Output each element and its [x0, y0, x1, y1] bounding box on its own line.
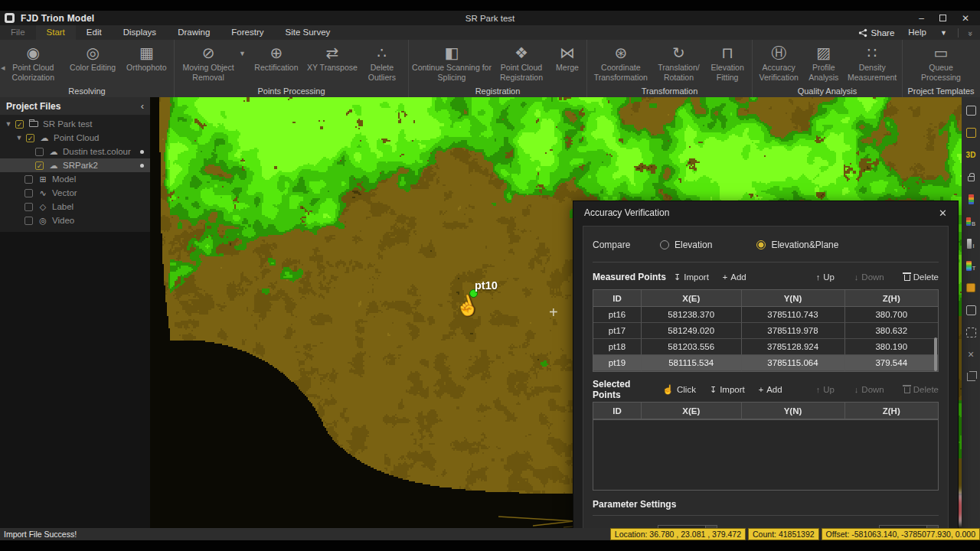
checkbox-unchecked[interactable]: ✓ — [24, 175, 33, 184]
tree-item-srpark2[interactable]: ✓ ☁ SRPark2 — [0, 158, 150, 172]
menu-drawing[interactable]: Drawing — [167, 25, 220, 40]
tree-item-label: SR Park test — [43, 119, 93, 129]
tool-rectification[interactable]: ⊕ Rectification — [249, 44, 304, 85]
cube-solid-icon[interactable] — [965, 282, 977, 294]
checkbox-unchecked[interactable]: ✓ — [35, 148, 44, 156]
unlock-icon[interactable] — [965, 171, 977, 183]
orthophoto-icon: ▦ — [139, 44, 154, 62]
tree-item-label-layer[interactable]: ✓ ◇ Label — [0, 200, 150, 214]
tool-delete-outliers[interactable]: ∴ Delete Outliers — [361, 44, 403, 85]
mode-3d-icon[interactable]: 3D — [965, 148, 977, 161]
checkbox-unchecked[interactable]: ✓ — [24, 217, 33, 225]
tool-moving-object-removal[interactable]: ⊘ Moving Object Removal — [179, 44, 237, 82]
tool-point-cloud-registration[interactable]: ❖ Point Cloud Registration — [495, 44, 548, 85]
measured-down-button[interactable]: ↓Down — [854, 272, 884, 282]
selected-delete-button[interactable]: Delete — [904, 385, 939, 394]
selected-click-button[interactable]: ☝Click — [662, 384, 696, 395]
tool-density-measurement[interactable]: ∷ Density Measurement — [845, 44, 899, 85]
measured-add-button[interactable]: +Add — [723, 272, 746, 282]
tree-item-point-cloud[interactable]: ▼ ✓ ☁ Point Cloud — [0, 131, 150, 145]
radio-elevation-plane[interactable]: Elevation&Plane — [756, 240, 838, 250]
collapse-ribbon-icon[interactable]: » — [966, 31, 975, 34]
cube-outline-icon[interactable] — [965, 304, 977, 316]
tool-xy-transpose[interactable]: ⇄ XY Transpose — [307, 44, 358, 85]
tree-item-video[interactable]: ✓ ◎ Video — [0, 214, 150, 227]
selected-down-button[interactable]: ↓Down — [854, 385, 884, 394]
minimize-button[interactable]: – — [919, 14, 924, 23]
menu-file[interactable]: File — [0, 25, 36, 40]
statusbar: Import File Success! Location: 36.780 , … — [0, 528, 980, 540]
status-dot — [140, 150, 144, 154]
checkbox-checked[interactable]: ✓ — [15, 120, 24, 129]
selected-points-table: ID X(E) Y(N) Z(H) — [593, 402, 939, 491]
maximize-button[interactable] — [939, 15, 946, 21]
measured-points-toolbar: Measured Points ↧Import +Add ↑Up ↓Down D… — [593, 269, 939, 285]
measured-import-button[interactable]: ↧Import — [674, 272, 709, 282]
tool-translation-rotation[interactable]: ↻ Translation/ Rotation — [655, 44, 704, 85]
checkbox-unchecked[interactable]: ✓ — [24, 203, 33, 211]
tool-point-cloud-colorization[interactable]: ◉ Point Cloud Colorization — [3, 44, 64, 85]
checkbox-unchecked[interactable]: ✓ — [24, 189, 33, 197]
dialog-close-icon[interactable]: ✕ — [939, 207, 947, 219]
rgb-render-icon[interactable] — [965, 193, 977, 205]
offset-badge: Offset: -581063.140, -3785077.930, 0.000 — [822, 528, 980, 540]
tree-item-model[interactable]: ✓ ⊞ Model — [0, 172, 150, 186]
tool-accuracy-verification[interactable]: Ⓗ Accuracy Verification — [756, 44, 802, 85]
cell-z: 380.190 — [845, 339, 939, 355]
view-cube-icon[interactable] — [965, 126, 977, 139]
chevron-down-icon[interactable]: ▼ — [239, 50, 246, 57]
menu-displays[interactable]: Displays — [113, 25, 167, 40]
chevron-down-icon[interactable]: ▼ — [15, 134, 23, 142]
menu-site-survey[interactable]: Site Survey — [274, 25, 341, 40]
tool-merge[interactable]: ⋈ Merge — [551, 44, 583, 85]
clip-icon[interactable]: × — [965, 348, 977, 360]
letterbox-bottom — [0, 540, 980, 551]
menu-help[interactable]: Help — [905, 25, 929, 40]
menu-separator — [958, 28, 959, 37]
tree-item-dustin-test[interactable]: ✓ ☁ Dustin test.colour — [0, 145, 150, 158]
cube-section-icon[interactable] — [965, 326, 977, 338]
table-row-selected[interactable]: pt19 581115.534 3785115.064 379.544 — [593, 355, 938, 371]
tool-queue-processing[interactable]: ▭ Queue Processing — [915, 44, 967, 85]
cell-id: pt18 — [593, 339, 642, 355]
tree-item-sr-park-test[interactable]: ▼ ✓ SR Park test — [0, 117, 150, 131]
table-row[interactable]: pt18 581203.556 3785128.924 380.190 — [593, 339, 938, 355]
table-row[interactable]: pt17 581249.020 3785119.978 380.632 — [593, 323, 938, 339]
tool-orthophoto[interactable]: ▦ Orthophoto — [122, 44, 171, 85]
table-row[interactable]: pt16 581238.370 3785110.743 380.700 — [593, 307, 938, 323]
measured-delete-button[interactable]: Delete — [904, 272, 939, 282]
video-icon: ◎ — [38, 216, 48, 226]
elevation-render-icon[interactable]: T — [965, 259, 977, 272]
selected-import-button[interactable]: ↧Import — [710, 385, 745, 395]
selected-add-button[interactable]: +Add — [759, 385, 782, 394]
empty-table-body — [593, 419, 938, 490]
panel-collapse-icon[interactable]: ‹ — [141, 100, 144, 112]
intensity-render-icon[interactable]: I — [965, 237, 977, 249]
close-button[interactable]: ✕ — [962, 14, 969, 23]
col-z: Z(H) — [845, 403, 939, 419]
selected-up-button[interactable]: ↑Up — [816, 385, 835, 394]
tool-continue-scanning[interactable]: ◧ Continue Scanning for Splicing — [412, 44, 492, 85]
tree-item-vector[interactable]: ✓ ∿ Vector — [0, 186, 150, 200]
menu-forestry[interactable]: Forestry — [220, 25, 274, 40]
crop-icon[interactable] — [965, 370, 977, 383]
tool-coordinate-transformation[interactable]: ⊛ Coordinate Transformation — [590, 44, 652, 85]
tree-item-label: Label — [52, 202, 74, 211]
menu-start[interactable]: Start — [36, 25, 76, 40]
measured-up-button[interactable]: ↑Up — [816, 272, 835, 282]
measured-points-title: Measured Points — [593, 272, 666, 282]
table-scrollbar[interactable] — [934, 337, 937, 371]
tool-profile-analysis[interactable]: ▨ Profile Analysis — [805, 44, 842, 85]
tool-elevation-fitting[interactable]: ⊓ Elevation Fitting — [706, 44, 749, 85]
checkbox-checked[interactable]: ✓ — [35, 161, 44, 170]
menu-edit[interactable]: Edit — [76, 25, 113, 40]
share-button[interactable]: Share — [858, 28, 895, 37]
radio-elevation[interactable]: Elevation — [660, 240, 712, 250]
checkbox-checked[interactable]: ✓ — [26, 134, 34, 142]
help-chevron-down-icon[interactable]: ▼ — [940, 29, 947, 37]
dialog-header[interactable]: Accuracy Verification ✕ — [573, 201, 958, 224]
fit-view-icon[interactable] — [965, 104, 977, 116]
chevron-down-icon[interactable]: ▼ — [5, 120, 12, 128]
blend-render-icon[interactable]: B — [965, 215, 977, 227]
tool-color-editing[interactable]: ◎ Color Editing — [67, 44, 119, 85]
